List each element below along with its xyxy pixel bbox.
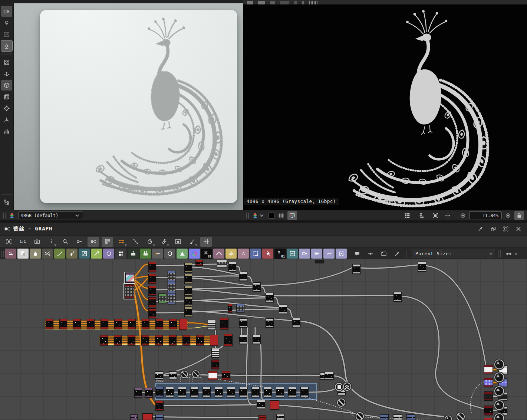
graph-node[interactable] [228, 304, 232, 313]
restore-panel-button[interactable] [488, 224, 498, 234]
actual-size-button[interactable]: 1:1 [17, 237, 29, 247]
graph-node[interactable] [270, 400, 279, 410]
graph-node[interactable] [239, 272, 247, 281]
wire-style-button[interactable] [130, 237, 141, 247]
graph-node[interactable] [266, 318, 274, 328]
graph-node[interactable] [196, 335, 204, 345]
bitmap-01-node-button[interactable]: 01 [201, 249, 212, 259]
graph-node[interactable] [168, 282, 175, 293]
graph-node[interactable] [210, 335, 218, 346]
graph-node[interactable] [484, 418, 493, 420]
environment-button[interactable] [1, 29, 12, 40]
graph-node[interactable] [406, 414, 415, 420]
graph-node[interactable] [195, 260, 203, 266]
graph-node[interactable] [114, 319, 122, 329]
cascade-size-button[interactable] [102, 237, 113, 247]
zoom-out-button[interactable] [460, 212, 466, 219]
graph-node[interactable] [141, 335, 149, 345]
graph-node[interactable] [352, 264, 360, 274]
graph-node[interactable] [100, 335, 108, 345]
graph-node[interactable] [166, 387, 174, 397]
text-node-button[interactable]: A [238, 249, 249, 259]
bitmap-node-button[interactable] [5, 249, 16, 259]
graph-node[interactable] [148, 297, 156, 307]
dot-node-button[interactable] [365, 249, 376, 259]
graph-node[interactable] [128, 335, 135, 345]
levels-node-button[interactable] [177, 249, 188, 259]
color-layers-icon[interactable] [252, 212, 258, 219]
graph-node[interactable] [158, 293, 166, 303]
graph-node[interactable] [484, 406, 493, 415]
disabled-badge[interactable] [192, 370, 200, 378]
background-swatch[interactable] [268, 212, 275, 219]
gizmo-button[interactable] [1, 68, 12, 79]
material-settings-button[interactable] [1, 40, 12, 51]
graph-node[interactable] [211, 348, 219, 358]
normal-node-button[interactable] [164, 249, 175, 259]
graph-node[interactable] [145, 388, 153, 398]
close-panel-button[interactable] [514, 224, 523, 234]
dot-node-button[interactable] [152, 249, 163, 259]
fit-view-icon[interactable] [432, 212, 439, 219]
faces-button[interactable] [1, 103, 12, 114]
expose-sockets-button[interactable] [116, 237, 127, 247]
graph-node[interactable] [184, 307, 192, 317]
fxmap-node-button[interactable] [287, 249, 298, 259]
graph-node[interactable] [46, 319, 53, 329]
gradient-dynamic-node-button[interactable] [140, 249, 151, 259]
mirror-node-button[interactable] [225, 249, 237, 259]
graph-node[interactable] [169, 371, 177, 379]
screenshot-button[interactable] [31, 237, 43, 247]
graph-node[interactable] [59, 319, 67, 329]
graph-node[interactable] [228, 262, 236, 272]
link-preview-button[interactable] [73, 237, 85, 247]
graph-node[interactable] [114, 335, 122, 345]
graph-node[interactable] [155, 401, 164, 411]
graph-node[interactable] [325, 372, 334, 380]
graph-node[interactable] [148, 262, 156, 272]
drag-grip[interactable] [3, 213, 6, 219]
graph-node[interactable] [148, 274, 156, 284]
pin-panel-button[interactable] [476, 224, 485, 234]
graph-node[interactable] [182, 335, 190, 345]
gradient-axial-node-button[interactable] [128, 249, 139, 259]
graph-node[interactable] [288, 387, 296, 397]
distance-node-button[interactable] [91, 249, 102, 259]
graph-node[interactable] [220, 318, 228, 329]
node-preview-button[interactable] [88, 237, 99, 247]
disabled-badge[interactable] [356, 412, 364, 420]
graph-node[interactable] [148, 308, 156, 318]
wireframe-cube-button[interactable] [1, 91, 12, 102]
frame-node-button[interactable] [378, 249, 389, 259]
output-node-button[interactable] [336, 249, 347, 259]
graph-node[interactable] [184, 286, 192, 296]
disabled-badge[interactable] [457, 413, 465, 420]
graph-node[interactable] [253, 335, 261, 344]
graph-node[interactable] [184, 296, 192, 306]
graph-node[interactable] [380, 414, 389, 420]
graph-node[interactable] [128, 319, 136, 329]
drag-grip[interactable] [1, 251, 4, 257]
tile-generator-node-button[interactable] [115, 249, 126, 259]
drag-grip[interactable] [246, 213, 249, 219]
document-badge[interactable] [335, 383, 343, 391]
channel-shuffle-node-button[interactable] [42, 249, 53, 259]
graph-node[interactable] [169, 335, 177, 345]
graph-node[interactable] [393, 414, 402, 420]
graph-node[interactable] [142, 319, 149, 329]
color-layers-icon[interactable] [9, 212, 15, 219]
hsl-node-button[interactable] [66, 249, 78, 259]
graph-node[interactable] [227, 387, 235, 397]
graph-node[interactable] [125, 284, 134, 298]
graph-node[interactable] [190, 387, 198, 397]
maximize-panel-button[interactable] [501, 224, 511, 234]
graph-node[interactable] [168, 293, 175, 304]
graph-node[interactable] [142, 413, 153, 420]
clean-button[interactable] [186, 237, 198, 247]
graph-node[interactable] [208, 320, 216, 330]
comment-button[interactable] [352, 249, 363, 259]
graph-node[interactable] [276, 414, 284, 420]
node-graph-canvas[interactable]: Power [0, 259, 527, 420]
graph-node[interactable] [87, 319, 95, 329]
disabled-badge[interactable] [181, 371, 188, 378]
